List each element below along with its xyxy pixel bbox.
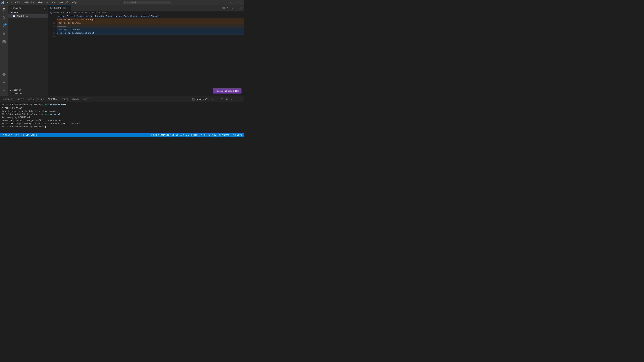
minimize-button[interactable]: — [219, 0, 227, 5]
activity-debug[interactable] [0, 30, 8, 38]
not-committed-label: Not Committed Yet [153, 134, 174, 136]
terminal-add-button[interactable]: + [211, 97, 215, 101]
activity-accounts[interactable] [0, 79, 8, 87]
terminal-more-button[interactable]: ⋯ [230, 97, 234, 101]
menu-terminal[interactable]: Terminal [57, 1, 70, 4]
new-file-button[interactable]: ⋯ [43, 7, 46, 10]
tab-problems[interactable]: PROBLEMS [1, 96, 15, 102]
sync-icon [11, 134, 13, 136]
encoding-label: UTF-8 [204, 134, 210, 136]
sidebar: EXPLORER ⋯ ▼ PROJEKT 📄 README.md ! ▶ OUT… [8, 5, 48, 96]
svg-point-42 [151, 134, 152, 136]
terminal-line-5: Auto-merging README.md [2, 116, 242, 119]
status-git-branch[interactable]: main [1, 133, 14, 137]
tab-memory[interactable]: MEMORY [70, 96, 81, 102]
status-cursor-position[interactable]: Ln 6, Col 1 [175, 133, 190, 137]
terminal-close-button[interactable]: ✕ [239, 97, 243, 101]
activity-search[interactable] [0, 14, 8, 22]
tab-readme[interactable]: i README.md ✕ [48, 5, 71, 11]
status-not-committed[interactable]: Not Committed Yet [150, 133, 175, 137]
file-item-readme[interactable]: 📄 README.md ! [8, 14, 48, 17]
breadcrumb-symbol[interactable]: # <<<<<<< HEADThis is b1 branch. [69, 11, 108, 14]
line-num-5: 5 [53, 31, 55, 35]
terminal-tab-actions: PS powershell + ⌄ ⻗ 🗑 ⋯ ⌃ ✕ [192, 97, 243, 101]
status-language[interactable]: Markdown [218, 133, 230, 137]
tab-output[interactable]: OUTPUT [15, 96, 26, 102]
activity-remote[interactable] [0, 71, 8, 79]
svg-line-1 [127, 3, 128, 3]
timeline-label: TIMELINE [12, 93, 22, 95]
terminal-cursor [45, 126, 46, 128]
activity-source-control[interactable]: 1 [0, 22, 8, 30]
terminal-arg-1: checkout main [49, 103, 66, 106]
terminal-split-button[interactable]: ⻗ [220, 97, 224, 101]
activity-explorer[interactable] [0, 6, 8, 14]
menu-run[interactable]: Run [50, 1, 57, 4]
svg-rect-21 [224, 7, 224, 9]
menu-file[interactable]: File [5, 1, 14, 4]
svg-point-43 [232, 135, 232, 135]
terminal-content[interactable]: PS C:\Users\Hans\Desktop\projekt> git ch… [0, 102, 244, 133]
menu-edit[interactable]: Edit [14, 1, 22, 4]
conflict-actions-bar: Accept Current Change | Accept Incoming … [48, 14, 244, 18]
menu-selection[interactable]: Selection [22, 1, 36, 4]
navigate-down-button[interactable]: ⌄ [230, 6, 234, 10]
svg-rect-20 [222, 7, 223, 9]
terminal-output-3: Auto-merging README.md [2, 116, 30, 118]
svg-rect-11 [3, 42, 4, 43]
terminal-prompt-1: PS C:\Users\Hans\Desktop\projekt> [2, 103, 45, 106]
status-errors[interactable]: 0 0 [14, 133, 25, 137]
svg-rect-10 [4, 40, 5, 41]
split-editor-button[interactable] [221, 6, 226, 10]
breadcrumb-file[interactable]: README.md [53, 11, 64, 14]
accept-both-changes-link[interactable]: Accept Both Changes [116, 15, 138, 17]
terminal-maximize-button[interactable]: ⌃ [234, 97, 238, 101]
accept-incoming-change-link[interactable]: Accept Incoming Change [86, 15, 113, 17]
tab-debug-console[interactable]: DEBUG CONSOLE [26, 96, 46, 102]
svg-text:i: i [51, 7, 52, 9]
svg-point-34 [3, 135, 3, 136]
search-bar[interactable]: projekt [124, 1, 172, 4]
code-line-6 [57, 35, 244, 38]
chevron-down-icon: ▼ [10, 11, 10, 13]
more-actions-button[interactable]: ⋯ [234, 6, 238, 10]
menu-go[interactable]: Go [44, 1, 50, 4]
terminal-line-1: PS C:\Users\Hans\Desktop\projekt> git ch… [2, 103, 242, 106]
terminal-prompt-3: PS C:\Users\Hans\Desktop\projekt> [2, 125, 45, 128]
status-eol[interactable]: CRLF [211, 133, 218, 137]
activity-bar: 1 [0, 5, 8, 96]
tab-ports[interactable]: PORTS [60, 96, 70, 102]
conflict-badge: ! [46, 14, 47, 17]
timeline-section[interactable]: ▶ TIMELINE [8, 92, 48, 95]
compare-changes-link[interactable]: Compare Changes [141, 15, 159, 17]
navigate-up-button[interactable]: ⌃ [226, 6, 230, 10]
status-encoding[interactable]: UTF-8 [203, 133, 211, 137]
status-go-live[interactable]: Go Live [230, 133, 243, 137]
close-button[interactable]: ✕ [235, 0, 243, 5]
restore-button[interactable]: ❒ [227, 0, 235, 5]
outline-section[interactable]: ▶ OUTLINE [8, 88, 48, 92]
svg-point-29 [67, 12, 68, 13]
tab-xrtos[interactable]: XRTOS [81, 96, 91, 102]
menu-view[interactable]: View [36, 1, 44, 4]
terminal-dropdown-button[interactable]: ⌄ [215, 97, 219, 101]
accept-current-change-link[interactable]: Accept Current Change [58, 15, 84, 17]
layout-button[interactable] [239, 6, 243, 10]
activity-settings[interactable] [0, 87, 8, 95]
tab-terminal[interactable]: TERMINAL [46, 96, 60, 102]
project-section-header[interactable]: ▼ PROJEKT [8, 11, 48, 14]
code-lines[interactable]: <<<<<<< HEAD (Current Change) This is b1… [57, 18, 244, 96]
resolve-merge-editor-button[interactable]: Resolve in Merge Editor [213, 88, 242, 93]
tab-close-button[interactable]: ✕ [66, 7, 69, 9]
split-editor-icon [222, 7, 224, 9]
svg-point-28 [66, 13, 67, 13]
line-num-1: 1 [53, 18, 55, 21]
activity-extensions[interactable] [0, 38, 8, 46]
title-center: projekt [78, 1, 218, 4]
not-committed-icon [151, 134, 152, 136]
status-indent[interactable]: Spaces: 4 [190, 133, 203, 137]
status-git-graph[interactable]: Git Graph [25, 133, 38, 137]
menu-help[interactable]: Help [70, 1, 78, 4]
terminal-trash-button[interactable]: 🗑 [225, 97, 229, 101]
code-line-5: >>>>>>> b2 (Incoming Change) [57, 31, 244, 35]
